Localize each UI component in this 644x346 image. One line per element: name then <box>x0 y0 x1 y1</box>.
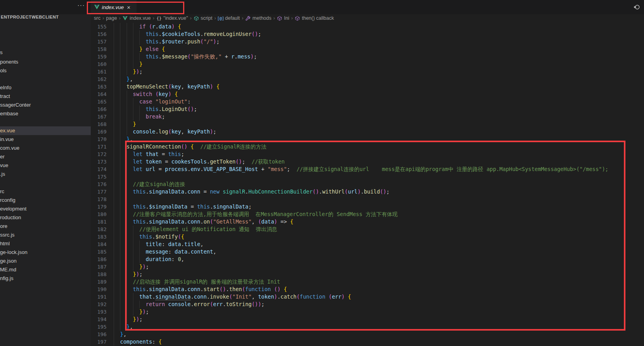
line-number: 172 <box>91 150 107 158</box>
indent-guide <box>139 248 146 256</box>
code-line[interactable]: 188 }); <box>91 271 644 278</box>
file-tree-item[interactable]: ge.json <box>0 257 91 265</box>
code-line[interactable]: 193 }); <box>91 308 644 316</box>
indent-guide <box>114 30 120 38</box>
file-tree-item[interactable]: embase <box>0 109 91 118</box>
file-tree-item[interactable]: ME.md <box>0 265 91 274</box>
code-line[interactable]: 170 }, <box>91 135 644 143</box>
file-tree-item[interactable]: er <box>0 152 91 161</box>
code-line[interactable]: 163 topMenuSelect(key, keyPath) { <box>91 83 644 90</box>
file-tree-item[interactable]: html <box>0 239 91 248</box>
file-tree-item[interactable]: nfig.js <box>0 274 91 283</box>
breadcrumb-item[interactable]: src <box>94 15 101 21</box>
file-tree-item[interactable]: ex.vue <box>0 126 91 135</box>
code-line[interactable]: 165 case "loginOut": <box>91 98 644 105</box>
indent-guide <box>127 263 133 271</box>
file-tree-item[interactable]: tract <box>0 92 91 101</box>
code-lines: 155 if (r.data) {156 this.$cookieTools.r… <box>91 23 644 346</box>
code-line[interactable]: 159 this.$message("操作失败," + r.mess); <box>91 53 644 60</box>
code-line[interactable]: 197 components: { <box>91 338 644 346</box>
file-tree-item[interactable]: rconfig <box>0 196 91 205</box>
code-text: let that = this; <box>114 151 184 157</box>
line-number: 190 <box>91 286 107 293</box>
code-line[interactable]: 194 }); <box>91 316 644 323</box>
code-line[interactable]: 178 <box>91 196 644 203</box>
code-text: case "loginOut": <box>114 98 191 105</box>
indent-guide <box>120 226 126 233</box>
indent-guide <box>114 241 120 248</box>
file-tree-item[interactable]: eInfo <box>0 83 91 92</box>
breadcrumb-item[interactable]: index.vue <box>122 15 151 21</box>
breadcrumb-item[interactable]: Ini <box>277 15 289 21</box>
code-line[interactable]: 162 }, <box>91 75 644 83</box>
code-line[interactable]: 167 break; <box>91 113 644 120</box>
breadcrumb-item[interactable]: page <box>106 15 117 21</box>
code-line[interactable]: 190 this.singnalData.conn.start().then(f… <box>91 286 644 293</box>
file-tree-item[interactable]: rc <box>0 187 91 196</box>
file-tree-item[interactable]: ssagerConter <box>0 101 91 109</box>
close-icon[interactable]: × <box>127 4 131 11</box>
file-tree-item[interactable]: ore <box>0 222 91 231</box>
indent-guide <box>114 45 120 53</box>
code-line[interactable]: 180 //注册客户端显示消息的方法,用于给服务端调用 在MessManager… <box>91 211 644 218</box>
code-line[interactable]: 164 switch (key) { <box>91 90 644 98</box>
breadcrumb-item[interactable]: methods <box>245 15 271 21</box>
code-line[interactable]: 169 console.log(key, keyPath); <box>91 128 644 135</box>
indent-guide <box>114 226 120 233</box>
code-line[interactable]: 195 }, <box>91 323 644 331</box>
editor-layout-icon[interactable] <box>633 3 641 11</box>
code-line[interactable]: 189 //启动连接 并调用signalR的 服务端的注册登录方法 Init <box>91 278 644 286</box>
file-tree-item[interactable]: .js <box>0 170 91 179</box>
code-line[interactable]: 177 this.singnalData.conn = new signalR.… <box>91 188 644 196</box>
breadcrumb-item[interactable]: then() callback <box>295 15 334 21</box>
code-line[interactable]: 196 }, <box>91 331 644 338</box>
code-line[interactable]: 171 signalRConnection() { //建立SignalR连接的… <box>91 143 644 150</box>
code-text: this.singnalData.conn.start().then(funct… <box>114 286 287 292</box>
code-line[interactable]: 176 //建立signal的连接 <box>91 181 644 188</box>
code-line[interactable]: 183 this.$notify({ <box>91 233 644 241</box>
code-editor[interactable]: 155 if (r.data) {156 this.$cookieTools.r… <box>91 23 644 346</box>
breadcrumb-item[interactable]: {}"index.vue" <box>156 15 188 21</box>
code-line[interactable]: 181 this.singnalData.conn.on("GetAllMess… <box>91 218 644 226</box>
code-line[interactable]: 161 }); <box>91 68 644 75</box>
code-line[interactable]: 175 <box>91 173 644 181</box>
code-line[interactable]: 173 let token = cookesTools.getToken(); … <box>91 158 644 165</box>
file-tree-item[interactable]: vue <box>0 161 91 170</box>
indent-guide <box>114 75 120 83</box>
indent-guide <box>127 271 133 278</box>
file-tree-item[interactable]: evelopment <box>0 205 91 213</box>
code-text: this.LoginOut(); <box>114 106 197 112</box>
code-line[interactable]: 182 //使用element ui 的Notification 通知 弹出消息 <box>91 226 644 233</box>
code-line[interactable]: 166 this.LoginOut(); <box>91 105 644 113</box>
code-line[interactable]: 172 let that = this; <box>91 150 644 158</box>
file-tree-item[interactable]: ols <box>0 66 91 75</box>
file-tree-item[interactable]: com.vue <box>0 144 91 152</box>
breadcrumb-item[interactable]: script <box>193 15 212 21</box>
code-text: //使用element ui 的Notification 通知 弹出消息 <box>114 226 277 232</box>
file-tree-item[interactable]: s <box>0 48 91 57</box>
file-tree-item[interactable]: ssrc.js <box>0 231 91 239</box>
code-line[interactable]: 192 return console.error(err.toString())… <box>91 301 644 308</box>
file-tree-item[interactable]: in.vue <box>0 135 91 144</box>
code-line[interactable]: 157 this.$router.push("/"); <box>91 38 644 45</box>
code-line[interactable]: 155 if (r.data) { <box>91 23 644 30</box>
code-line[interactable]: 191 that.singnalData.conn.invoke("Init",… <box>91 293 644 301</box>
file-tree-item[interactable]: ponents <box>0 58 91 66</box>
indent-guide <box>133 293 139 301</box>
code-line[interactable]: 179 this.$singnalData = this.singnalData… <box>91 203 644 211</box>
breadcrumb-item[interactable]: [@]default <box>218 15 240 21</box>
code-line[interactable]: 185 message: data.content, <box>91 248 644 256</box>
file-tree-item[interactable]: ge-lock.json <box>0 248 91 257</box>
code-line[interactable]: 158 } else { <box>91 45 644 53</box>
indent-guide <box>127 165 133 173</box>
code-line[interactable]: 168 } <box>91 120 644 128</box>
code-line[interactable]: 174 let url = process.env.VUE_APP_BASE_H… <box>91 165 644 173</box>
code-line[interactable]: 156 this.$cookieTools.removeLoginUser(); <box>91 30 644 38</box>
code-line[interactable]: 187 }); <box>91 263 644 271</box>
tab-index-vue[interactable]: index.vue × <box>91 0 137 14</box>
code-line[interactable]: 184 title: data.title, <box>91 241 644 248</box>
more-actions-icon[interactable]: ··· <box>77 2 85 9</box>
code-line[interactable]: 160 } <box>91 60 644 68</box>
file-tree-item[interactable]: roduction <box>0 213 91 222</box>
code-line[interactable]: 186 duration: 0, <box>91 256 644 263</box>
